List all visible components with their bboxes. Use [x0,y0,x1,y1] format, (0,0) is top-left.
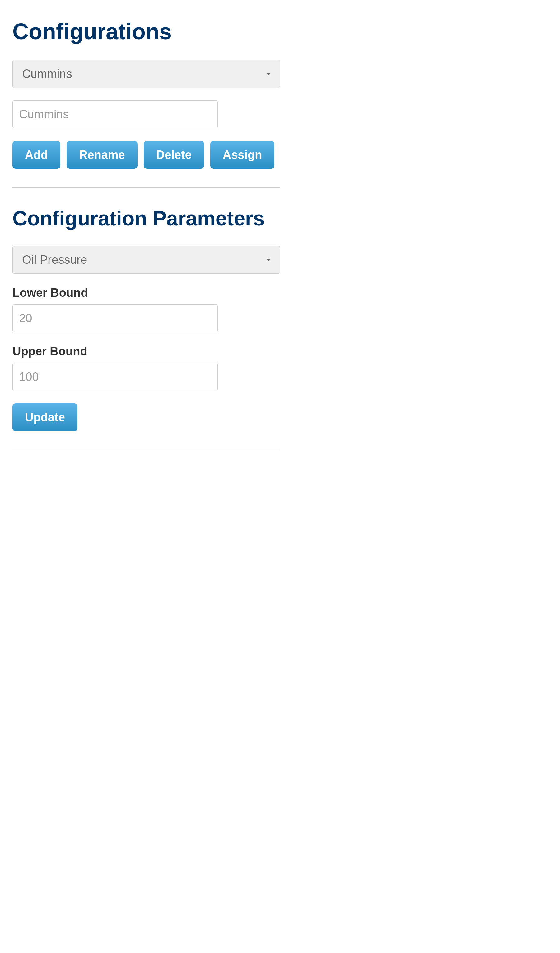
assign-button[interactable]: Assign [210,141,275,169]
lower-bound-label: Lower Bound [12,286,280,300]
configurations-text-group [12,100,280,128]
lower-bound-group: Lower Bound [12,286,280,332]
upper-bound-label: Upper Bound [12,345,280,358]
section-divider-1 [12,188,280,188]
configurations-name-input[interactable] [12,100,218,128]
configurations-dropdown[interactable]: Cummins [12,60,280,88]
delete-button[interactable]: Delete [144,141,204,169]
config-parameters-title: Configuration Parameters [12,206,280,230]
lower-bound-input[interactable] [12,304,218,332]
add-button[interactable]: Add [12,141,60,169]
rename-button[interactable]: Rename [67,141,138,169]
upper-bound-group: Upper Bound [12,345,280,391]
configurations-title: Configurations [12,19,280,44]
configurations-section: Configurations Cummins Add Rename Delete… [12,19,280,450]
parameters-dropdown-group: Oil Pressure [12,246,280,274]
configurations-button-row: Add Rename Delete Assign [12,141,280,169]
section-divider-2 [12,450,280,450]
upper-bound-input[interactable] [12,363,218,391]
update-button[interactable]: Update [12,403,77,431]
parameters-dropdown[interactable]: Oil Pressure [12,246,280,274]
configurations-dropdown-group: Cummins [12,60,280,88]
update-button-group: Update [12,403,280,431]
